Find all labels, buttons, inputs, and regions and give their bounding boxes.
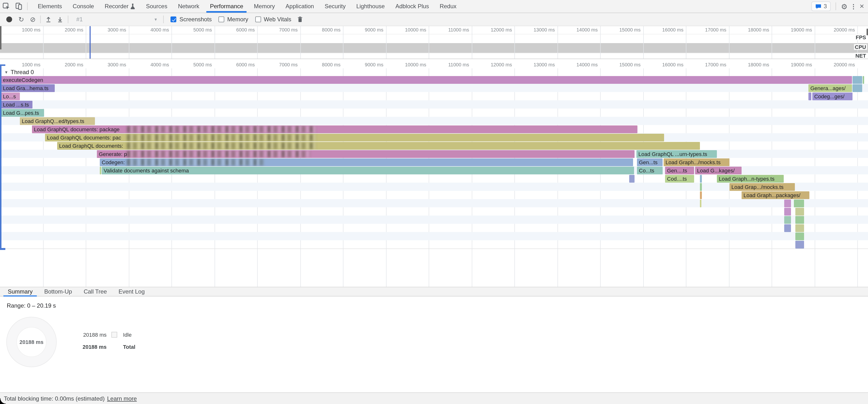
- issues-counter-button[interactable]: 3: [811, 1, 831, 11]
- tab-performance[interactable]: Performance: [205, 0, 248, 12]
- thread-header[interactable]: ▼ Thread 0: [4, 69, 34, 75]
- flame-bar[interactable]: Cod....ts: [665, 175, 694, 182]
- gridline: [129, 26, 129, 59]
- flame-bar[interactable]: Gen....ts: [665, 166, 694, 174]
- flame-bar[interactable]: Load G...kages/: [695, 166, 742, 174]
- flame-bar-label: Lo...s: [1, 92, 20, 100]
- ruler-tick-label: 3000 ms: [107, 27, 126, 32]
- record-button[interactable]: [6, 17, 12, 22]
- tab-adblock-plus[interactable]: Adblock Plus: [390, 0, 434, 12]
- flame-bar-segment[interactable]: [784, 224, 791, 232]
- flame-bar-segment[interactable]: [795, 216, 804, 223]
- flame-bar-segment[interactable]: [795, 241, 804, 248]
- gridline: [172, 26, 172, 59]
- tab-sources[interactable]: Sources: [141, 0, 173, 12]
- flame-bar-segment[interactable]: [784, 216, 791, 223]
- details-tab-event-log[interactable]: Event Log: [113, 287, 150, 296]
- flame-bar[interactable]: Generate: p: [97, 150, 634, 158]
- tab-security[interactable]: Security: [319, 0, 351, 12]
- checkbox-screenshots[interactable]: Screenshots: [171, 16, 212, 23]
- rows-end-line: [0, 249, 868, 249]
- flame-bar[interactable]: Load Graph...packages/: [742, 191, 809, 199]
- ruler-tick-label: 17000 ms: [705, 27, 726, 32]
- flame-bar[interactable]: Gen...ts: [637, 158, 662, 166]
- learn-more-link[interactable]: Learn more: [107, 395, 137, 402]
- flame-bar-segment[interactable]: [795, 208, 804, 215]
- flame-bar[interactable]: Genera...ages/: [808, 84, 852, 92]
- status-bar: Total blocking time: 0.00ms (estimated) …: [0, 392, 868, 404]
- flame-bar-segment[interactable]: [863, 76, 864, 84]
- flame-bar-segment[interactable]: [852, 84, 862, 92]
- flame-bar-segment[interactable]: [700, 191, 702, 199]
- device-toolbar-icon[interactable]: [12, 0, 25, 12]
- flame-bar[interactable]: Codeg...ges/: [812, 92, 852, 100]
- tab-memory[interactable]: Memory: [248, 0, 280, 12]
- flame-bar-segment[interactable]: [784, 208, 791, 215]
- timeline-overview[interactable]: 1000 ms2000 ms3000 ms4000 ms5000 ms6000 …: [0, 26, 868, 59]
- checkbox-web-vitals[interactable]: Web Vitals: [255, 16, 291, 23]
- flame-bar[interactable]: Load G...pes.ts: [1, 109, 44, 117]
- divider: [163, 15, 164, 23]
- flame-bar-segment[interactable]: [795, 232, 804, 240]
- tab-elements[interactable]: Elements: [32, 0, 67, 12]
- details-tab-summary[interactable]: Summary: [2, 287, 38, 296]
- overview-left-handle[interactable]: [0, 26, 1, 50]
- tab-network[interactable]: Network: [173, 0, 205, 12]
- flame-bar-segment[interactable]: [808, 92, 811, 100]
- flame-bar[interactable]: Load GraphQL ...urn-types.ts: [637, 150, 717, 158]
- flame-bar[interactable]: executeCodegen: [1, 76, 852, 84]
- flame-bar[interactable]: Load GraphQL documents: package: [32, 125, 638, 133]
- more-options-kebab-icon[interactable]: ⋮: [850, 3, 857, 9]
- checkbox-unchecked-icon[interactable]: [218, 17, 224, 22]
- gridline: [686, 26, 686, 59]
- tab-console[interactable]: Console: [67, 0, 99, 12]
- flame-bar[interactable]: Load Gra...hema.ts: [1, 84, 55, 92]
- trash-icon[interactable]: [297, 16, 304, 23]
- profile-select[interactable]: #1 ▼: [72, 16, 161, 23]
- flame-bar[interactable]: Load GraphQL documents:: [57, 142, 700, 150]
- details-tab-call-tree[interactable]: Call Tree: [78, 287, 113, 296]
- flame-chart[interactable]: ▼ Thread 0 executeCodegenLoad Gra...hema…: [0, 68, 868, 287]
- flame-bar-segment[interactable]: [700, 183, 702, 191]
- flame-bar[interactable]: Load ...s.ts: [1, 100, 32, 108]
- flame-bar[interactable]: Load Graph...n-types.ts: [717, 175, 784, 182]
- checkbox-unchecked-icon[interactable]: [255, 17, 261, 22]
- flame-bar-segment[interactable]: [100, 166, 101, 174]
- save-profile-icon[interactable]: [57, 16, 64, 23]
- inspect-element-icon[interactable]: [0, 0, 12, 12]
- flame-bar[interactable]: Lo...s: [1, 92, 20, 100]
- flame-bar[interactable]: Load GraphQ...ed/types.ts: [20, 117, 95, 125]
- flame-bar-segment[interactable]: [700, 199, 702, 207]
- tab-recorder[interactable]: Recorder: [99, 0, 141, 12]
- tab-redux[interactable]: Redux: [434, 0, 462, 12]
- settings-gear-icon[interactable]: ⚙: [841, 3, 847, 10]
- close-devtools-icon[interactable]: ×: [860, 2, 864, 10]
- tabbar-right-controls: 3 ⚙ ⋮ ×: [811, 1, 868, 11]
- flame-bar[interactable]: Load GraphQL documents: pac: [45, 133, 664, 141]
- clear-recording-icon[interactable]: ⊘: [30, 16, 35, 23]
- flame-bar-segment[interactable]: [700, 175, 702, 182]
- flame-bar[interactable]: Codegen:: [100, 158, 633, 166]
- row-stripe: [0, 232, 868, 240]
- flame-bar[interactable]: Load Grap.../mocks.ts: [730, 183, 795, 191]
- flame-bar-label: Load GraphQL ...urn-types.ts: [637, 150, 717, 158]
- flame-bar-label: Load ...s.ts: [1, 100, 32, 108]
- toolbar-checkboxes: ScreenshotsMemoryWeb Vitals: [171, 16, 291, 23]
- details-tab-bottom-up[interactable]: Bottom-Up: [38, 287, 78, 296]
- load-profile-icon[interactable]: [45, 16, 52, 23]
- flame-bar-segment[interactable]: [629, 175, 634, 182]
- flame-bar[interactable]: Validate documents against schema: [102, 166, 634, 174]
- flame-bar-segment[interactable]: [784, 199, 791, 207]
- tab-application[interactable]: Application: [280, 0, 319, 12]
- flame-bar-segment[interactable]: [794, 199, 804, 207]
- reload-and-record-icon[interactable]: ↻: [19, 16, 24, 23]
- checkbox-memory[interactable]: Memory: [218, 16, 248, 23]
- flame-bar[interactable]: Co...ts: [637, 166, 662, 174]
- overview-right-handle[interactable]: [867, 29, 868, 35]
- tab-label: Security: [324, 0, 346, 12]
- checkbox-checked-icon[interactable]: [171, 17, 177, 22]
- flame-bar-segment[interactable]: [852, 76, 862, 84]
- tab-lighthouse[interactable]: Lighthouse: [351, 0, 390, 12]
- flame-bar-segment[interactable]: [795, 224, 804, 232]
- flame-bar[interactable]: Load Graph.../mocks.ts: [663, 158, 730, 166]
